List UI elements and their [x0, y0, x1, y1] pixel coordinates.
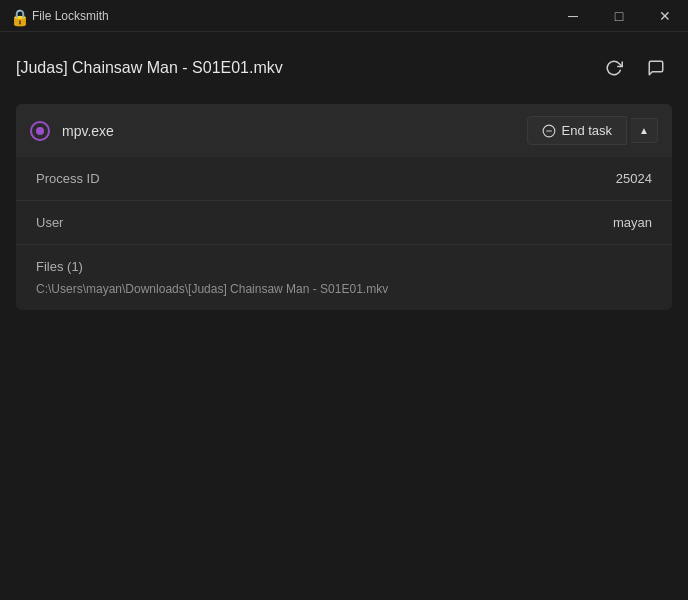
end-task-chevron-button[interactable]: ▲ — [631, 118, 658, 143]
process-id-row: Process ID 25024 — [16, 157, 672, 201]
file-header: [Judas] Chainsaw Man - S01E01.mkv — [16, 52, 672, 84]
process-icon-inner — [36, 127, 44, 135]
process-id-label: Process ID — [36, 171, 100, 186]
refresh-button[interactable] — [598, 52, 630, 84]
end-task-label: End task — [562, 123, 613, 138]
chevron-up-icon: ▲ — [639, 125, 649, 136]
refresh-icon — [605, 59, 623, 77]
copy-button[interactable] — [640, 52, 672, 84]
process-name: mpv.exe — [62, 123, 114, 139]
user-value: mayan — [613, 215, 652, 230]
process-header: mpv.exe End task ▲ — [16, 104, 672, 157]
file-title: [Judas] Chainsaw Man - S01E01.mkv — [16, 59, 283, 77]
end-task-button[interactable]: End task — [527, 116, 628, 145]
process-header-left: mpv.exe — [30, 121, 114, 141]
process-id-value: 25024 — [616, 171, 652, 186]
title-bar: 🔒 File Locksmith ─ □ ✕ — [0, 0, 688, 32]
file-path: C:\Users\mayan\Downloads\[Judas] Chainsa… — [36, 282, 652, 296]
minimize-button[interactable]: ─ — [550, 0, 596, 32]
user-label: User — [36, 215, 63, 230]
end-task-icon — [542, 124, 556, 138]
copy-icon — [647, 59, 665, 77]
files-section: Files (1) C:\Users\mayan\Downloads\[Juda… — [16, 245, 672, 310]
user-row: User mayan — [16, 201, 672, 245]
files-label: Files (1) — [36, 259, 652, 274]
title-bar-left: 🔒 File Locksmith — [10, 8, 109, 24]
header-actions — [598, 52, 672, 84]
process-status-icon — [30, 121, 50, 141]
app-title: File Locksmith — [32, 9, 109, 23]
process-header-right: End task ▲ — [527, 116, 659, 145]
maximize-button[interactable]: □ — [596, 0, 642, 32]
title-bar-controls: ─ □ ✕ — [550, 0, 688, 32]
app-icon: 🔒 — [10, 8, 26, 24]
main-content: [Judas] Chainsaw Man - S01E01.mkv — [0, 32, 688, 330]
process-card: mpv.exe End task ▲ Process ID 25024 — [16, 104, 672, 310]
close-button[interactable]: ✕ — [642, 0, 688, 32]
